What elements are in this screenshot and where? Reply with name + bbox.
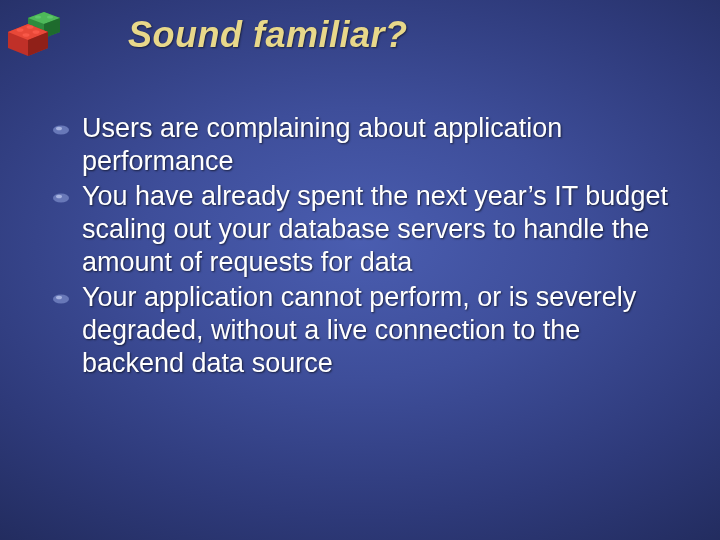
- bullet-icon: [52, 112, 82, 136]
- svg-point-8: [17, 28, 24, 32]
- bullet-icon: [52, 180, 82, 204]
- slide-title: Sound familiar?: [128, 14, 408, 56]
- svg-point-10: [33, 30, 40, 34]
- bullet-text: Users are complaining about application …: [82, 112, 680, 178]
- list-item: Users are complaining about application …: [52, 112, 680, 178]
- svg-point-16: [53, 294, 69, 303]
- svg-point-14: [53, 193, 69, 202]
- slide: Sound familiar? Users are complaining ab…: [0, 0, 720, 540]
- list-item: You have already spent the next year’s I…: [52, 180, 680, 279]
- bullet-text: You have already spent the next year’s I…: [82, 180, 680, 279]
- slide-content: Users are complaining about application …: [52, 112, 680, 382]
- svg-point-3: [35, 15, 41, 18]
- bullet-icon: [52, 281, 82, 305]
- svg-point-15: [56, 195, 62, 199]
- lego-blocks-icon: [6, 6, 68, 58]
- bullet-text: Your application cannot perform, or is s…: [82, 281, 680, 380]
- svg-point-17: [56, 295, 62, 299]
- list-item: Your application cannot perform, or is s…: [52, 281, 680, 380]
- svg-point-12: [53, 126, 69, 135]
- svg-point-4: [47, 15, 53, 18]
- svg-point-9: [27, 25, 34, 29]
- svg-point-13: [56, 127, 62, 131]
- svg-point-11: [23, 33, 30, 37]
